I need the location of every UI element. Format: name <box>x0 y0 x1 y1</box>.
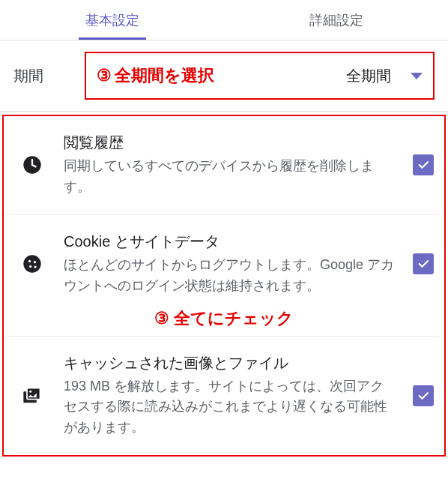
annotation-number-icon: ③ <box>97 66 112 85</box>
annotation-text: 全期間を選択 <box>115 64 214 87</box>
svg-point-3 <box>34 261 36 263</box>
options-container: 閲覧履歴 同期しているすべてのデバイスから履歴を削除します。 Cookie とサ… <box>2 115 446 457</box>
checkbox-cookies[interactable] <box>413 253 434 274</box>
option-desc: ほとんどのサイトからログアウトします。Google アカウントへのログイン状態は… <box>64 255 396 297</box>
cookie-icon <box>17 253 47 274</box>
tab-advanced-label: 詳細設定 <box>309 11 363 29</box>
option-texts: キャッシュされた画像とファイル 193 MB を解放します。サイトによっては、次… <box>64 353 396 439</box>
option-cached-images: キャッシュされた画像とファイル 193 MB を解放します。サイトによっては、次… <box>4 337 444 456</box>
annotation-number-icon: ③ <box>154 309 169 328</box>
option-desc: 同期しているすべてのデバイスから履歴を削除します。 <box>64 156 396 198</box>
svg-point-5 <box>34 266 36 268</box>
tabs-bar: 基本設定 詳細設定 <box>0 0 448 40</box>
svg-point-8 <box>29 391 31 393</box>
option-title: Cookie とサイトデータ <box>64 232 396 252</box>
annotation-check-all: ③ 全てにチェック <box>4 303 444 336</box>
annotation-select-all-period: ③ 全期間を選択 <box>97 64 214 87</box>
checkbox-browsing-history[interactable] <box>413 154 434 175</box>
clock-icon <box>17 154 47 175</box>
checkbox-cached-images[interactable] <box>413 385 434 406</box>
time-range-select[interactable]: ③ 全期間を選択 全期間 <box>85 52 435 100</box>
tab-advanced[interactable]: 詳細設定 <box>224 0 448 40</box>
svg-point-2 <box>28 260 31 262</box>
option-title: キャッシュされた画像とファイル <box>64 353 396 373</box>
time-range-label: 期間 <box>13 66 85 86</box>
annotation-text: 全てにチェック <box>174 309 294 328</box>
svg-rect-7 <box>27 388 40 399</box>
image-stack-icon <box>17 385 47 406</box>
time-range-value: 全期間 <box>346 66 403 86</box>
option-cookies: Cookie とサイトデータ ほとんどのサイトからログアウトします。Google… <box>4 215 444 303</box>
option-texts: Cookie とサイトデータ ほとんどのサイトからログアウトします。Google… <box>64 232 396 297</box>
option-desc: 193 MB を解放します。サイトによっては、次回アクセスする際に読み込みがこれ… <box>64 376 396 439</box>
option-browsing-history: 閲覧履歴 同期しているすべてのデバイスから履歴を削除します。 <box>4 116 444 215</box>
option-title: 閲覧履歴 <box>64 133 396 153</box>
svg-point-1 <box>23 256 40 273</box>
chevron-down-icon <box>411 73 423 79</box>
tab-basic-label: 基本設定 <box>85 11 139 29</box>
time-range-row: 期間 ③ 全期間を選択 全期間 <box>0 40 448 112</box>
option-cookies-wrap: Cookie とサイトデータ ほとんどのサイトからログアウトします。Google… <box>4 215 444 337</box>
svg-point-4 <box>29 265 31 268</box>
option-texts: 閲覧履歴 同期しているすべてのデバイスから履歴を削除します。 <box>64 133 396 198</box>
tab-basic[interactable]: 基本設定 <box>0 0 224 40</box>
